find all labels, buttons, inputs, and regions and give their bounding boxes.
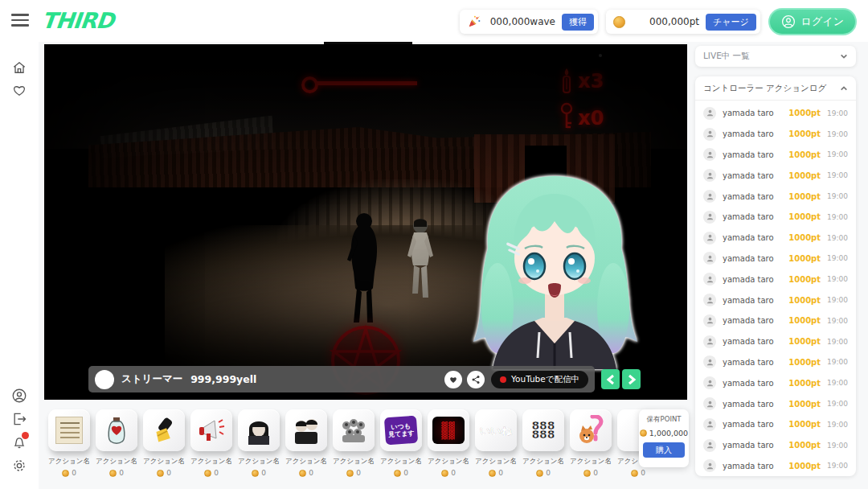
action-item: いつも見てます アクション名 0 <box>380 409 422 489</box>
party-popper-icon <box>467 14 481 29</box>
chevron-right-icon <box>627 374 637 385</box>
action-item: アクション名 0 <box>238 409 280 489</box>
purple-sticker-icon[interactable]: いつも見てます <box>380 409 422 451</box>
notification-badge <box>22 432 29 439</box>
log-points: 1000pt <box>788 316 821 325</box>
action-item-label: アクション名 <box>428 457 469 466</box>
account-icon[interactable] <box>11 388 27 404</box>
home-icon[interactable] <box>11 60 27 76</box>
hamburger-menu-icon[interactable] <box>11 14 29 28</box>
prev-stream-button[interactable] <box>601 369 620 389</box>
action-log-row: yamada taro 1000pt 19:00 <box>695 393 856 414</box>
coin-icon <box>346 470 354 477</box>
coin-icon <box>109 470 117 477</box>
stream-video-player[interactable]: x3 x0 <box>44 44 687 400</box>
log-user-name: yamada taro <box>723 316 788 325</box>
coin-icon <box>613 16 625 28</box>
log-time: 19:00 <box>827 150 848 158</box>
log-time: 19:00 <box>827 171 848 179</box>
iine-sticker-icon[interactable]: いいね <box>475 409 517 451</box>
youtube-live-badge[interactable]: YouTubeで配信中 <box>491 371 588 388</box>
buy-button[interactable]: 購入 <box>643 442 685 458</box>
action-item-cost: 0 <box>441 469 456 477</box>
old-letter-icon[interactable] <box>48 409 90 451</box>
login-label: ログイン <box>801 14 844 29</box>
action-log-list[interactable]: yamada taro 1000pt 19:00 yamada taro 100… <box>695 101 856 476</box>
point-balance: 000,000pt チャージ <box>606 10 760 34</box>
live-list-select[interactable]: LIVE中 一覧 <box>695 46 856 67</box>
next-stream-button[interactable] <box>622 369 641 389</box>
yell-count: 999,999yell <box>190 373 440 385</box>
share-button[interactable] <box>467 371 485 388</box>
action-log-row: yamada taro 1000pt 19:00 <box>695 228 856 249</box>
megaphone-icon[interactable] <box>190 409 232 451</box>
streamer-avatar[interactable] <box>95 370 114 389</box>
chevron-left-icon <box>606 374 616 385</box>
cursor-dot <box>599 54 602 57</box>
health-gauge <box>301 76 318 93</box>
heart-button[interactable] <box>444 371 462 388</box>
action-item-label: アクション名 <box>475 457 517 466</box>
action-item-cost: 0 <box>346 469 361 477</box>
wave-balance: 000,000wave 獲得 <box>460 10 598 34</box>
owned-point-label: 保有POINT <box>647 415 682 425</box>
key-icon <box>557 102 576 131</box>
log-time: 19:00 <box>827 254 848 262</box>
flashlight-icon[interactable] <box>143 409 185 451</box>
key-count: x0 <box>578 107 604 129</box>
log-user-name: yamada taro <box>723 212 788 221</box>
log-user-name: yamada taro <box>723 462 788 471</box>
log-points: 1000pt <box>788 275 821 284</box>
log-user-name: yamada taro <box>723 192 788 201</box>
siblings-icon[interactable] <box>285 409 327 451</box>
log-points: 1000pt <box>788 129 821 138</box>
notification-bell-icon[interactable] <box>11 434 27 450</box>
action-log-row: yamada taro 1000pt 19:00 <box>695 207 856 228</box>
action-log-row: yamada taro 1000pt 19:00 <box>695 103 856 124</box>
pale-ghost-figure <box>398 217 443 314</box>
log-user-name: yamada taro <box>723 171 788 180</box>
chevron-up-icon <box>840 84 848 92</box>
live-list-label: LIVE中 一覧 <box>703 51 840 62</box>
coin-icon <box>640 429 647 437</box>
login-button[interactable]: ログイン <box>768 8 857 35</box>
log-user-name: yamada taro <box>723 337 788 346</box>
action-item-cost: 0 <box>299 469 313 477</box>
logout-icon[interactable] <box>11 411 27 427</box>
app-header: THIRD 000,000wave 獲得 000,000pt チャージ ログイン <box>0 0 868 42</box>
heart-button-icon <box>448 375 458 384</box>
game-scene: x3 x0 <box>44 44 687 400</box>
owned-point-value: 1,000,000 <box>649 429 688 438</box>
log-user-name: yamada taro <box>723 400 788 409</box>
owned-point-panel: 保有POINT 1,000,000 購入 <box>639 409 689 467</box>
user-avatar-icon <box>703 355 716 368</box>
log-user-name: yamada taro <box>723 296 788 305</box>
dog-question-icon[interactable] <box>570 409 612 451</box>
log-user-name: yamada taro <box>723 379 788 388</box>
crowd-icon[interactable] <box>333 409 375 451</box>
action-log-row: yamada taro 1000pt 19:00 <box>695 372 856 393</box>
red-sticker-icon[interactable]: ▓▓▓▓ <box>428 409 469 451</box>
charge-button[interactable]: チャージ <box>706 14 756 31</box>
action-item-cost: 0 <box>62 469 76 477</box>
love-potion-icon[interactable] <box>96 409 137 451</box>
user-avatar-icon <box>703 107 716 120</box>
action-log-header[interactable]: コントローラー アクションログ <box>695 76 856 101</box>
settings-icon[interactable] <box>11 458 27 474</box>
log-points: 1000pt <box>788 379 821 388</box>
health-bar <box>317 81 417 85</box>
action-item-label: アクション名 <box>570 457 612 466</box>
log-time: 19:00 <box>827 234 848 242</box>
left-sidebar <box>0 42 39 489</box>
action-item: アクション名 0 <box>48 409 90 489</box>
number-sticker-icon[interactable]: 888888 <box>522 409 564 451</box>
log-time: 19:00 <box>827 358 848 366</box>
action-log-row: yamada taro 1000pt 19:00 <box>695 124 856 145</box>
wave-earn-button[interactable]: 獲得 <box>562 14 594 31</box>
ghost-girl-icon[interactable] <box>238 409 280 451</box>
heart-icon[interactable] <box>11 82 27 98</box>
log-points: 1000pt <box>788 150 821 159</box>
action-log-row: yamada taro 1000pt 19:00 <box>695 186 856 207</box>
action-item: アクション名 0 <box>96 409 137 489</box>
log-time: 19:00 <box>827 379 848 387</box>
